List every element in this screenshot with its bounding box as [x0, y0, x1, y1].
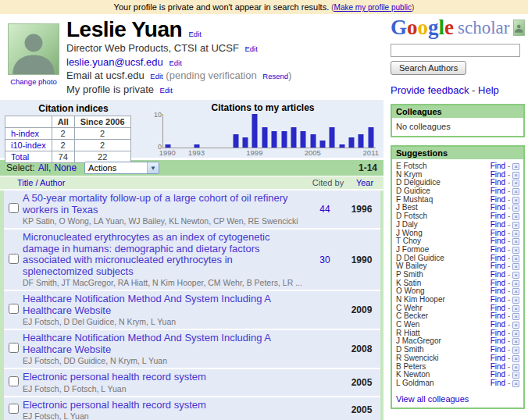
dismiss-suggestion-icon[interactable]: ×: [512, 313, 519, 320]
find-colleague-link[interactable]: Find: [491, 320, 505, 329]
find-colleague-link[interactable]: Find: [491, 336, 505, 345]
dismiss-suggestion-icon[interactable]: ×: [512, 230, 519, 237]
find-colleague-link[interactable]: Find: [491, 254, 505, 262]
dismiss-suggestion-icon[interactable]: ×: [512, 255, 519, 262]
find-colleague-link[interactable]: Find: [491, 279, 505, 287]
article-checkbox[interactable]: [9, 404, 19, 414]
find-colleague-link[interactable]: Find: [491, 354, 505, 362]
find-colleague-link[interactable]: Find: [491, 370, 505, 379]
google-scholar-logo[interactable]: Google scholar: [391, 17, 525, 38]
find-colleague-link[interactable]: Find: [491, 379, 505, 387]
find-colleague-link[interactable]: Find: [491, 212, 505, 220]
article-checkbox[interactable]: [9, 376, 19, 386]
actions-dropdown[interactable]: Actions ▼: [84, 162, 159, 174]
help-link[interactable]: Help: [478, 84, 499, 96]
dismiss-suggestion-icon[interactable]: ×: [512, 338, 519, 345]
author-search-input[interactable]: [391, 44, 520, 57]
article-title-link[interactable]: Micronucleated erythrocytes as an index …: [23, 232, 304, 277]
citation-index-label[interactable]: i10-index: [11, 141, 46, 150]
dismiss-suggestion-icon[interactable]: ×: [512, 197, 519, 204]
view-all-colleagues-link[interactable]: View all colleagues: [392, 390, 523, 408]
dismiss-suggestion-icon[interactable]: ×: [512, 330, 519, 337]
resend-link[interactable]: Resend: [262, 72, 288, 80]
find-colleague-link[interactable]: Find: [491, 237, 505, 245]
colleagues-box: Colleagues No colleagues: [391, 104, 525, 137]
sort-by-title-link[interactable]: Title / Author: [17, 178, 310, 187]
find-colleague-link[interactable]: Find: [491, 362, 505, 371]
chart-title: Citations to my articles: [147, 102, 379, 113]
article-checkbox[interactable]: [9, 254, 19, 264]
find-colleague-link[interactable]: Find: [491, 220, 505, 229]
dismiss-suggestion-icon[interactable]: ×: [512, 280, 519, 287]
article-checkbox[interactable]: [9, 343, 19, 353]
find-colleague-link[interactable]: Find: [491, 178, 505, 187]
find-colleague-link[interactable]: Find: [491, 329, 505, 337]
edit-email-link[interactable]: Edit: [169, 59, 181, 67]
find-colleague-link[interactable]: Find: [491, 270, 505, 279]
find-colleague-link[interactable]: Find: [491, 203, 505, 212]
dismiss-suggestion-icon[interactable]: ×: [512, 305, 519, 312]
article-title-link[interactable]: Healthcare Notification Method And Syste…: [23, 333, 304, 355]
find-colleague-link[interactable]: Find: [491, 345, 505, 354]
dismiss-suggestion-icon[interactable]: ×: [512, 263, 519, 270]
search-authors-button[interactable]: Search Authors: [391, 61, 466, 75]
find-colleague-link[interactable]: Find: [491, 229, 505, 237]
dismiss-suggestion-icon[interactable]: ×: [512, 238, 519, 245]
article-title-link[interactable]: A 50-year mortality follow-up of a large…: [23, 193, 304, 215]
sort-by-year-link[interactable]: Year: [346, 178, 384, 187]
find-colleague-link[interactable]: Find: [491, 287, 505, 295]
dismiss-suggestion-icon[interactable]: ×: [512, 272, 519, 279]
edit-name-link[interactable]: Edit: [189, 30, 202, 38]
make-profile-public-link[interactable]: Make my profile public: [334, 3, 412, 12]
article-checkbox[interactable]: [9, 203, 19, 213]
dismiss-suggestion-icon[interactable]: ×: [512, 188, 519, 195]
logo-letter: e: [444, 16, 454, 39]
select-none-link[interactable]: None: [54, 162, 77, 173]
chart-bar: [291, 127, 296, 148]
pending-verification-text: (pending verification: [166, 69, 256, 81]
article-title-link[interactable]: Electronic personal health record system: [23, 372, 304, 383]
find-colleague-link[interactable]: Find: [491, 262, 505, 270]
dismiss-suggestion-icon[interactable]: ×: [512, 172, 519, 179]
article-checkbox[interactable]: [9, 304, 19, 314]
article-authors: EJ Fotsch, DD Guidice, N Krym, L Yuan: [23, 356, 304, 365]
find-colleague-link[interactable]: Find: [491, 170, 505, 179]
dismiss-suggestion-icon[interactable]: ×: [512, 288, 519, 295]
edit-verify-link[interactable]: Edit: [150, 72, 162, 80]
find-colleague-link[interactable]: Find: [491, 187, 505, 195]
profile-email-link[interactable]: leslie.yuan@ucsf.edu: [66, 56, 163, 68]
find-colleague-link[interactable]: Find: [491, 304, 505, 312]
chart-bar: [339, 144, 344, 148]
find-colleague-link[interactable]: Find: [491, 311, 505, 320]
dismiss-suggestion-icon[interactable]: ×: [512, 380, 519, 387]
dismiss-suggestion-icon[interactable]: ×: [512, 347, 519, 354]
select-all-link[interactable]: All: [38, 162, 48, 173]
find-colleague-link[interactable]: Find: [491, 245, 505, 254]
article-title-link[interactable]: Healthcare Notification Method And Syste…: [23, 294, 304, 316]
y-axis-tick-max: 10: [154, 111, 162, 119]
citation-index-row: h-index 2 2: [5, 128, 131, 140]
citation-index-label[interactable]: Total: [11, 152, 29, 162]
dismiss-suggestion-icon[interactable]: ×: [512, 322, 519, 329]
citation-index-label[interactable]: h-index: [11, 129, 39, 138]
dismiss-suggestion-icon[interactable]: ×: [512, 213, 519, 220]
edit-affiliation-link[interactable]: Edit: [244, 44, 257, 53]
cited-by-count-link[interactable]: 30: [319, 254, 330, 265]
dismiss-suggestion-icon[interactable]: ×: [512, 297, 519, 304]
dismiss-suggestion-icon[interactable]: ×: [512, 205, 519, 212]
find-colleague-link[interactable]: Find: [491, 195, 505, 204]
provide-feedback-link[interactable]: Provide feedback: [391, 84, 469, 96]
edit-privacy-link[interactable]: Edit: [160, 86, 173, 94]
dismiss-suggestion-icon[interactable]: ×: [512, 247, 519, 254]
change-photo-link[interactable]: Change photo: [8, 77, 59, 86]
dismiss-suggestion-icon[interactable]: ×: [512, 222, 519, 229]
dismiss-suggestion-icon[interactable]: ×: [512, 355, 519, 362]
dismiss-suggestion-icon[interactable]: ×: [512, 163, 519, 170]
dismiss-suggestion-icon[interactable]: ×: [512, 372, 519, 379]
dismiss-suggestion-icon[interactable]: ×: [512, 364, 519, 371]
find-colleague-link[interactable]: Find: [491, 162, 505, 170]
article-title-link[interactable]: Electronic personal health record system: [23, 400, 304, 411]
cited-by-count-link[interactable]: 44: [319, 204, 330, 215]
find-colleague-link[interactable]: Find: [491, 295, 505, 304]
dismiss-suggestion-icon[interactable]: ×: [512, 180, 519, 187]
